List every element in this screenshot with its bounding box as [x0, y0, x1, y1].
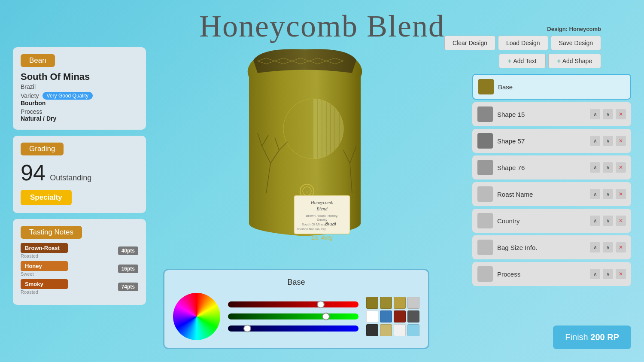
layer-item-shape57[interactable]: Shape 57∧∨✕: [472, 129, 631, 153]
layer-name: Base: [498, 83, 625, 91]
note-sub: Roasted: [21, 253, 68, 259]
layer-delete-button[interactable]: ✕: [616, 242, 626, 252]
layer-thumb: [477, 106, 493, 122]
tasting-note-row: Brown-RoastRoasted40pts: [21, 243, 138, 259]
svg-text:Brazil: Brazil: [325, 222, 336, 226]
svg-text:1lb. 453g: 1lb. 453g: [311, 235, 333, 241]
red-slider-row: [228, 301, 358, 307]
layer-item-country[interactable]: Country∧∨✕: [472, 209, 631, 233]
layer-thumb: [477, 213, 493, 228]
layer-name: Bag Size Info.: [497, 244, 586, 251]
layer-item-shape76[interactable]: Shape 76∧∨✕: [472, 155, 631, 179]
grading-card: Grading 94 Outstanding Specialty: [13, 136, 146, 213]
tasting-notes-list: Brown-RoastRoasted40ptsHoneySweet16ptsSm…: [21, 243, 138, 295]
layer-delete-button[interactable]: ✕: [616, 216, 626, 226]
green-slider-track[interactable]: [228, 313, 358, 319]
color-swatch[interactable]: [407, 297, 419, 309]
layer-up-button[interactable]: ∧: [590, 109, 600, 119]
bag-svg: ☺ Honeycomb Blend Brown-Roast, Honey, Sm…: [228, 43, 382, 245]
color-swatch[interactable]: [366, 310, 378, 322]
layer-item-bagsize[interactable]: Bag Size Info.∧∨✕: [472, 235, 631, 259]
note-pts: 74pts: [118, 283, 138, 291]
layer-up-button[interactable]: ∧: [590, 189, 600, 199]
note-pts: 40pts: [118, 246, 138, 255]
red-slider-thumb[interactable]: [317, 301, 325, 308]
layer-item-process[interactable]: Process∧∨✕: [472, 262, 631, 286]
svg-text:Brown-Roast, Honey,: Brown-Roast, Honey,: [306, 214, 338, 218]
svg-text:Smoky: Smoky: [317, 218, 327, 222]
layer-name: Shape 76: [497, 164, 586, 171]
color-swatch[interactable]: [394, 310, 406, 322]
green-slider-thumb[interactable]: [322, 313, 330, 320]
layer-controls: ∧∨✕: [590, 269, 626, 279]
layers-list: BaseShape 15∧∨✕Shape 57∧∨✕Shape 76∧∨✕Roa…: [472, 74, 631, 349]
color-swatch[interactable]: [407, 310, 419, 322]
layer-thumb: [477, 186, 493, 202]
right-panel: BaseShape 15∧∨✕Shape 57∧∨✕Shape 76∧∨✕Roa…: [472, 26, 631, 349]
layer-down-button[interactable]: ∨: [603, 162, 613, 173]
bag-area: ☺ Honeycomb Blend Brown-Roast, Honey, Sm…: [163, 43, 447, 245]
layer-up-button[interactable]: ∧: [590, 242, 600, 252]
color-swatch[interactable]: [380, 310, 392, 322]
finish-button[interactable]: Finish 200 RP: [553, 325, 631, 349]
color-panel: Base: [163, 269, 429, 349]
color-swatch[interactable]: [366, 324, 378, 336]
grade-score-row: 94 Outstanding: [21, 160, 138, 186]
layer-item-base[interactable]: Base: [472, 74, 631, 100]
tasting-card-header: Tasting Notes: [21, 226, 82, 239]
layer-down-button[interactable]: ∨: [603, 216, 613, 226]
note-pts: 16pts: [118, 265, 138, 273]
variety-quality-badge: Very Good Quality: [43, 92, 93, 100]
color-swatch[interactable]: [380, 324, 392, 336]
layer-thumb: [477, 160, 493, 175]
color-swatch[interactable]: [394, 297, 406, 309]
layer-down-button[interactable]: ∨: [603, 269, 613, 279]
layer-delete-button[interactable]: ✕: [616, 136, 626, 146]
grade-label: Outstanding: [50, 173, 91, 182]
finish-btn-label: Finish: [565, 332, 588, 342]
tasting-note-row: SmokyRoasted74pts: [21, 279, 138, 295]
blue-slider-row: [228, 325, 358, 332]
layer-item-roastname[interactable]: Roast Name∧∨✕: [472, 182, 631, 206]
red-slider-track[interactable]: [228, 301, 358, 307]
layer-delete-button[interactable]: ✕: [616, 189, 626, 199]
color-swatch[interactable]: [407, 324, 419, 336]
specialty-badge: Specialty: [21, 190, 72, 205]
layer-thumb: [477, 240, 493, 255]
bean-process-value: Natural / Dry: [21, 115, 138, 122]
green-slider-row: [228, 313, 358, 319]
layer-up-button[interactable]: ∧: [590, 216, 600, 226]
layer-name: Shape 15: [497, 111, 586, 118]
layer-down-button[interactable]: ∨: [603, 189, 613, 199]
layer-up-button[interactable]: ∧: [590, 162, 600, 173]
layer-controls: ∧∨✕: [590, 189, 626, 199]
layer-delete-button[interactable]: ✕: [616, 269, 626, 279]
bean-variety-row: Variety Very Good Quality: [21, 92, 138, 100]
svg-text:Bourbon    Natural / Dry: Bourbon Natural / Dry: [297, 228, 326, 231]
color-panel-body: [173, 293, 419, 340]
left-panel: Bean South Of Minas Brazil Variety Very …: [13, 47, 146, 305]
blue-slider-track[interactable]: [228, 325, 358, 332]
color-wheel[interactable]: [173, 293, 220, 340]
layer-delete-button[interactable]: ✕: [616, 109, 626, 119]
layer-up-button[interactable]: ∧: [590, 269, 600, 279]
grading-card-header: Grading: [21, 143, 64, 155]
color-swatch[interactable]: [366, 297, 378, 309]
layer-down-button[interactable]: ∨: [603, 136, 613, 146]
color-swatch[interactable]: [380, 297, 392, 309]
layer-up-button[interactable]: ∧: [590, 136, 600, 146]
grade-score: 94: [21, 160, 46, 185]
svg-text:☺: ☺: [305, 189, 309, 194]
note-sub: Roasted: [21, 289, 68, 295]
blue-slider-thumb[interactable]: [243, 325, 251, 332]
finish-btn-rp: 200 RP: [590, 332, 619, 342]
layer-down-button[interactable]: ∨: [603, 242, 613, 252]
layer-down-button[interactable]: ∨: [603, 109, 613, 119]
color-panel-title: Base: [173, 278, 419, 287]
note-sub: Sweet: [21, 271, 68, 277]
note-tag: Smoky: [21, 279, 68, 289]
note-tag: Honey: [21, 261, 68, 271]
layer-item-shape15[interactable]: Shape 15∧∨✕: [472, 102, 631, 126]
layer-delete-button[interactable]: ✕: [616, 162, 626, 173]
color-swatch[interactable]: [394, 324, 406, 336]
